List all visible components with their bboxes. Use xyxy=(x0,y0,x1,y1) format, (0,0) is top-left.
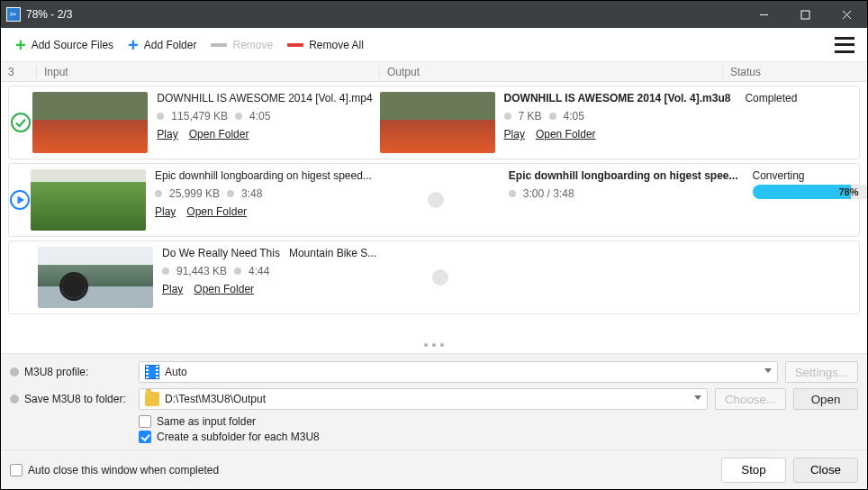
minimize-button[interactable] xyxy=(743,1,784,28)
input-meta: 25,999 KB 3:48 xyxy=(155,187,372,200)
input-filename: Epic downhill longboarding on higest spe… xyxy=(155,169,372,182)
remove-all-button[interactable]: Remove All xyxy=(280,35,371,55)
dot-icon xyxy=(234,268,241,275)
toolbar: + Add Source Files + Add Folder Remove R… xyxy=(1,28,867,62)
play-link[interactable]: Play xyxy=(157,128,177,141)
open-folder-link[interactable]: Open Folder xyxy=(536,128,596,141)
add-source-files-button[interactable]: + Add Source Files xyxy=(8,32,121,58)
subfolder-label: Create a subfolder for each M3U8 xyxy=(157,431,320,443)
col-input[interactable]: Input xyxy=(37,66,380,78)
subfolder-checkbox[interactable] xyxy=(139,431,151,443)
list-item[interactable]: Epic downhill longboarding on higest spe… xyxy=(8,163,860,237)
output-thumbnail-placeholder xyxy=(432,269,448,286)
same-folder-checkbox[interactable] xyxy=(139,415,151,428)
profile-dropdown[interactable]: Auto xyxy=(139,361,778,383)
minus-icon xyxy=(211,43,227,47)
movie-icon xyxy=(145,365,159,379)
output-thumbnail-placeholder xyxy=(428,192,444,208)
output-meta: 3:00 / 3:48 xyxy=(509,187,738,200)
input-meta: 115,479 KB 4:05 xyxy=(157,110,372,122)
close-window-button[interactable] xyxy=(826,1,867,28)
bottom-bar: Auto close this window when completed St… xyxy=(1,449,867,489)
plus-icon: + xyxy=(15,36,26,54)
svg-rect-1 xyxy=(801,11,809,19)
output-filename: Epic downhill longboarding on higest spe… xyxy=(509,169,738,182)
status-converting-icon xyxy=(9,164,31,236)
play-link[interactable]: Play xyxy=(155,205,176,218)
close-button[interactable]: Close xyxy=(793,458,858,483)
stop-button[interactable]: Stop xyxy=(721,458,786,483)
window-title: 78% - 2/3 xyxy=(26,8,743,21)
chevron-down-icon xyxy=(694,395,701,400)
resize-handle-icon[interactable] xyxy=(1,337,867,353)
output-thumbnail xyxy=(380,92,495,153)
same-folder-label: Same as input folder xyxy=(157,415,256,428)
menu-icon[interactable] xyxy=(835,37,854,53)
remove-label: Remove xyxy=(232,39,273,51)
dot-icon xyxy=(162,268,169,275)
status-text: Completed xyxy=(745,92,852,104)
open-folder-button[interactable]: Open xyxy=(793,388,858,410)
column-header: 3 Input Output Status xyxy=(1,62,867,82)
progress-bar: 78% xyxy=(753,185,867,199)
minus-icon xyxy=(287,43,303,47)
input-meta: 91,443 KB 4:44 xyxy=(162,265,376,277)
add-folder-button[interactable]: + Add Folder xyxy=(121,32,203,58)
plus-icon: + xyxy=(128,36,139,54)
dot-icon xyxy=(509,190,516,197)
dot-icon xyxy=(549,113,556,120)
input-thumbnail xyxy=(38,247,153,308)
bullet-icon xyxy=(10,368,19,377)
input-thumbnail xyxy=(31,169,146,231)
dot-icon xyxy=(504,113,511,120)
folder-icon xyxy=(145,392,159,406)
list-item[interactable]: DOWNHILL IS AWESOME 2014 [Vol. 4].mp4 11… xyxy=(8,86,860,159)
list-item[interactable]: Do We Really Need This Mountain Bike S..… xyxy=(8,240,860,314)
remove-all-label: Remove All xyxy=(309,39,364,51)
open-folder-link[interactable]: Open Folder xyxy=(186,205,247,218)
svg-point-4 xyxy=(12,113,30,132)
add-source-files-label: Add Source Files xyxy=(32,39,113,51)
profile-label: M3U8 profile: xyxy=(24,366,88,378)
titlebar: ✂ 78% - 2/3 xyxy=(1,1,867,28)
col-count: 3 xyxy=(1,66,37,78)
profile-value: Auto xyxy=(165,366,187,378)
maximize-button[interactable] xyxy=(784,1,826,28)
choose-button: Choose... xyxy=(715,388,786,410)
dot-icon xyxy=(157,113,164,120)
status-pending-icon xyxy=(9,241,38,313)
add-folder-label: Add Folder xyxy=(144,39,197,51)
app-icon: ✂ xyxy=(6,7,21,22)
dot-icon xyxy=(235,113,242,120)
output-meta: 7 KB 4:05 xyxy=(504,110,731,122)
play-link[interactable]: Play xyxy=(504,128,525,141)
output-filename: DOWNHILL IS AWESOME 2014 [Vol. 4].m3u8 xyxy=(504,92,731,104)
bullet-icon xyxy=(10,395,19,404)
settings-button: Settings... xyxy=(785,361,858,383)
output-folder-dropdown[interactable]: D:\Test\M3U8\Output xyxy=(139,388,708,410)
file-list: DOWNHILL IS AWESOME 2014 [Vol. 4].mp4 11… xyxy=(1,82,867,337)
col-status[interactable]: Status xyxy=(723,66,867,78)
settings-panel: M3U8 profile: Auto Settings... Save M3U8… xyxy=(1,353,867,449)
col-output[interactable]: Output xyxy=(380,66,723,78)
autoclose-checkbox[interactable] xyxy=(10,464,23,476)
open-folder-link[interactable]: Open Folder xyxy=(189,128,249,141)
input-thumbnail xyxy=(32,92,148,153)
play-link[interactable]: Play xyxy=(162,283,183,295)
folder-value: D:\Test\M3U8\Output xyxy=(165,393,266,405)
input-filename: DOWNHILL IS AWESOME 2014 [Vol. 4].mp4 xyxy=(157,92,372,104)
chevron-down-icon xyxy=(764,368,772,373)
dot-icon xyxy=(227,190,234,197)
open-folder-link[interactable]: Open Folder xyxy=(194,283,254,295)
status-text: Converting xyxy=(753,169,867,182)
progress-percent: 78% xyxy=(753,185,859,199)
remove-button: Remove xyxy=(203,35,280,55)
folder-label: Save M3U8 to folder: xyxy=(24,393,126,405)
dot-icon xyxy=(155,190,162,197)
autoclose-label: Auto close this window when completed xyxy=(28,464,219,476)
input-filename: Do We Really Need This Mountain Bike S..… xyxy=(162,247,376,259)
status-completed-icon xyxy=(9,86,32,159)
